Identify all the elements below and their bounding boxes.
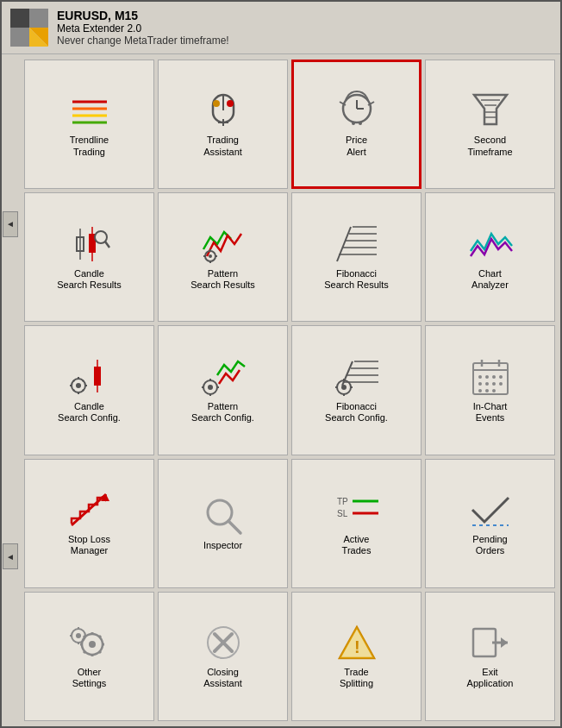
closing-assistant-label: ClosingAssistant	[203, 667, 242, 689]
svg-point-22	[352, 122, 355, 125]
svg-line-111	[84, 652, 85, 654]
svg-rect-58	[94, 367, 101, 386]
svg-point-23	[359, 122, 362, 125]
candle-gear-icon	[67, 358, 112, 396]
title-text-block: EURUSD, M15 Meta Extender 2.0 Never chan…	[57, 9, 229, 47]
fib-gear-icon	[334, 358, 379, 396]
chart-analyzer-label: ChartAnalyzer	[471, 268, 509, 291]
svg-point-81	[485, 375, 489, 379]
svg-point-113	[76, 633, 81, 638]
svg-rect-1	[29, 9, 48, 28]
svg-line-54	[82, 389, 83, 390]
trading-assistant-item[interactable]: TradingAssistant	[158, 60, 288, 189]
other-settings-item[interactable]: OtherSettings	[24, 592, 154, 721]
svg-point-87	[499, 382, 503, 386]
app-logo	[10, 9, 48, 47]
trading-assistant-label: TradingAssistant	[203, 135, 242, 157]
arrow-bottom[interactable]: ◄	[3, 543, 18, 569]
warning-label: Never change MetaTrader timeframe!	[57, 35, 229, 47]
active-trades-label: ActiveTrades	[342, 534, 372, 556]
pattern-search-results-item[interactable]: PatternSearch Results	[158, 192, 288, 322]
fibonacci-search-results-item[interactable]: FibonacciSearch Results	[291, 192, 422, 322]
fibonacci-search-config-label: FibonacciSearch Config.	[325, 401, 388, 424]
fibonacci-search-config-item[interactable]: FibonacciSearch Config.	[291, 325, 422, 455]
mouse-icon	[201, 91, 246, 129]
exit-application-item[interactable]: ExitApplication	[425, 592, 555, 721]
product-label: Meta Extender 2.0	[57, 22, 229, 35]
pending-orders-label: PendingOrders	[472, 534, 507, 556]
svg-point-86	[492, 382, 496, 386]
svg-point-89	[485, 389, 489, 392]
second-timeframe-item[interactable]: SecondTimeframe	[425, 60, 555, 189]
funnel-icon	[468, 91, 513, 129]
inspector-item[interactable]: Inspector	[158, 459, 288, 588]
exit-application-label: ExitApplication	[467, 667, 514, 689]
clock-bell-icon	[334, 91, 379, 129]
warning-triangle-icon: !	[334, 624, 379, 662]
in-chart-events-label: In-ChartEvents	[473, 401, 508, 424]
left-arrows: ◄ ◄	[2, 54, 19, 726]
trade-splitting-label: TradeSplitting	[340, 667, 373, 689]
in-chart-events-item[interactable]: In-ChartEvents	[425, 325, 555, 455]
svg-rect-0	[10, 9, 29, 28]
svg-point-48	[76, 383, 81, 388]
svg-marker-126	[501, 637, 508, 648]
active-trades-item[interactable]: TP SL ActiveTrades	[291, 459, 422, 588]
app-window: EURUSD, M15 Meta Extender 2.0 Never chan…	[0, 0, 562, 728]
checkmark-dots-icon	[468, 491, 513, 529]
calendar-icon	[468, 358, 513, 396]
svg-point-88	[478, 389, 482, 392]
stop-loss-manager-label: Stop LossManager	[68, 534, 110, 556]
second-timeframe-label: SecondTimeframe	[467, 135, 512, 157]
svg-point-60	[208, 385, 213, 390]
svg-line-46	[337, 227, 351, 261]
inspector-label: Inspector	[203, 540, 242, 551]
price-alert-label: PriceAlert	[346, 135, 367, 157]
candle-search-results-item[interactable]: CandleSearch Results	[24, 192, 154, 322]
x-mark-icon	[201, 624, 246, 662]
candle-search-icon	[67, 225, 112, 263]
stop-loss-manager-item[interactable]: Stop LossManager	[24, 459, 154, 588]
svg-point-80	[478, 375, 482, 379]
svg-point-90	[492, 389, 496, 392]
pattern-search-results-label: PatternSearch Results	[190, 268, 255, 291]
svg-text:TP: TP	[337, 497, 348, 506]
trendline-trading-label: TrendlineTrading	[70, 135, 109, 157]
svg-point-11	[213, 100, 220, 107]
candle-search-config-label: CandleSearch Config.	[58, 401, 121, 424]
trendline-trading-item[interactable]: TrendlineTrading	[24, 60, 154, 189]
other-settings-label: OtherSettings	[72, 667, 107, 689]
svg-point-84	[478, 382, 482, 386]
svg-line-34	[105, 242, 109, 248]
chart-wave-icon	[468, 225, 513, 263]
main-area: ◄ ◄ TrendlineTrading	[2, 54, 560, 726]
trade-splitting-item[interactable]: ! TradeSplitting	[291, 592, 422, 721]
candle-search-results-label: CandleSearch Results	[57, 268, 122, 291]
svg-line-56	[73, 389, 74, 390]
svg-point-33	[95, 231, 107, 243]
pattern-gear-icon	[201, 358, 246, 396]
pattern-search-config-label: PatternSearch Config.	[191, 401, 254, 424]
tp-sl-lines-icon: TP SL	[334, 491, 379, 529]
svg-line-96	[228, 521, 240, 533]
svg-point-83	[499, 375, 503, 379]
price-alert-item[interactable]: PriceAlert	[291, 60, 422, 189]
pending-orders-item[interactable]: PendingOrders	[425, 459, 555, 588]
svg-line-55	[82, 380, 83, 381]
svg-text:!: !	[354, 637, 360, 656]
svg-marker-24	[474, 95, 507, 124]
exit-arrow-icon	[468, 624, 513, 662]
candle-search-config-item[interactable]: CandleSearch Config.	[24, 325, 154, 455]
arrow-top[interactable]: ◄	[3, 211, 18, 237]
closing-assistant-item[interactable]: ClosingAssistant	[158, 592, 288, 721]
fibonacci-search-results-label: FibonacciSearch Results	[324, 268, 389, 291]
title-bar: EURUSD, M15 Meta Extender 2.0 Never chan…	[2, 2, 560, 54]
svg-point-36	[209, 254, 212, 258]
trendlines-icon	[67, 91, 112, 129]
chart-analyzer-item[interactable]: ChartAnalyzer	[425, 192, 555, 322]
svg-point-82	[492, 375, 496, 379]
gears-icon	[67, 624, 112, 662]
symbol-label: EURUSD, M15	[57, 9, 229, 22]
svg-rect-76	[473, 363, 508, 394]
pattern-search-config-item[interactable]: PatternSearch Config.	[158, 325, 288, 455]
